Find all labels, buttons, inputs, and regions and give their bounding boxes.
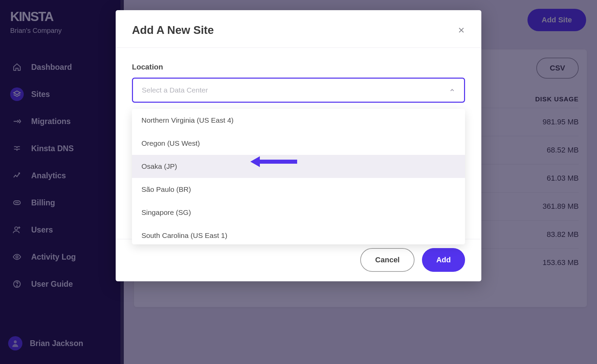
option-sao-paulo[interactable]: São Paulo (BR) bbox=[132, 178, 465, 201]
close-icon[interactable] bbox=[458, 26, 465, 34]
option-northern-virginia[interactable]: Northern Virginia (US East 4) bbox=[132, 109, 465, 132]
dropdown-list[interactable]: Northern Virginia (US East 4) Oregon (US… bbox=[132, 109, 465, 244]
chevron-up-icon bbox=[449, 87, 455, 93]
select-placeholder: Select a Data Center bbox=[142, 86, 208, 94]
modal-footer: Cancel Add bbox=[116, 239, 481, 281]
option-south-carolina[interactable]: South Carolina (US East 1) bbox=[132, 224, 465, 244]
cancel-button[interactable]: Cancel bbox=[360, 248, 415, 272]
option-osaka[interactable]: Osaka (JP) bbox=[132, 155, 465, 178]
modal-title: Add A New Site bbox=[132, 24, 214, 37]
modal-body: Location Select a Data Center Northern V… bbox=[116, 48, 481, 239]
modal-overlay[interactable]: Add A New Site Location Select a Data Ce… bbox=[0, 0, 597, 364]
option-oregon[interactable]: Oregon (US West) bbox=[132, 132, 465, 155]
add-button[interactable]: Add bbox=[422, 248, 465, 272]
modal-header: Add A New Site bbox=[116, 10, 481, 48]
location-dropdown: Northern Virginia (US East 4) Oregon (US… bbox=[132, 109, 465, 244]
option-singapore[interactable]: Singapore (SG) bbox=[132, 201, 465, 224]
add-site-modal: Add A New Site Location Select a Data Ce… bbox=[116, 10, 481, 281]
location-select[interactable]: Select a Data Center bbox=[132, 78, 465, 103]
location-label: Location bbox=[132, 63, 465, 72]
